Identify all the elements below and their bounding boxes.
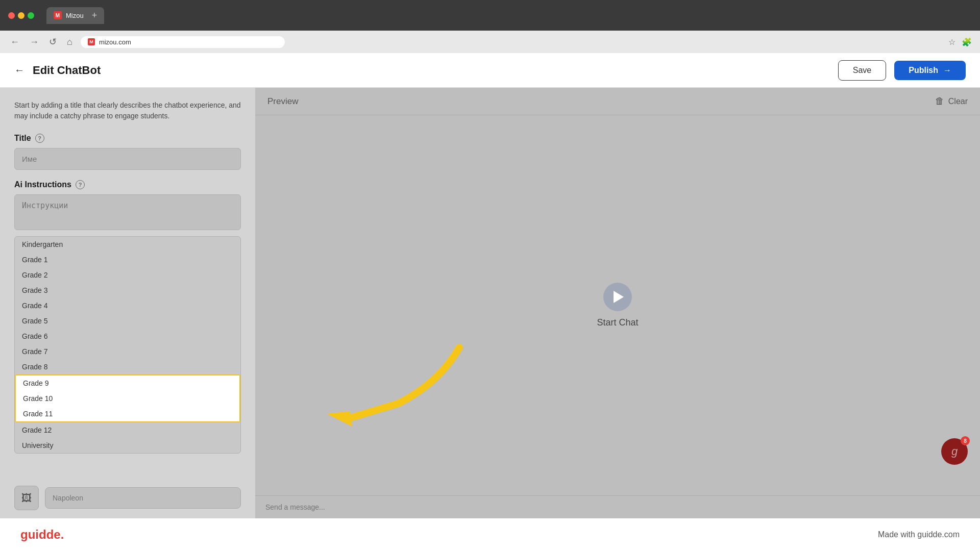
avatar-badge: 8: [961, 436, 970, 445]
back-nav-button[interactable]: ←: [8, 35, 21, 49]
home-nav-button[interactable]: ⌂: [65, 35, 75, 49]
guidde-logo: guidde.: [20, 528, 64, 542]
list-item[interactable]: University: [15, 438, 240, 453]
dropdown-list[interactable]: Kindergarten Grade 1 Grade 2 Grade 3 Gra…: [14, 236, 241, 454]
browser-actions: ☆ 🧩: [948, 37, 972, 47]
close-traffic-light[interactable]: [8, 12, 15, 19]
address-bar[interactable]: M mizou.com: [81, 36, 285, 48]
list-item[interactable]: Grade 8: [15, 359, 240, 374]
napoleon-input[interactable]: [45, 487, 241, 509]
url-display: mizou.com: [99, 38, 131, 46]
arrow-annotation: [316, 332, 470, 434]
left-panel: Start by adding a title that clearly des…: [0, 88, 255, 518]
extensions-icon[interactable]: 🧩: [962, 37, 972, 47]
list-item[interactable]: Grade 1: [15, 252, 240, 267]
ai-instructions-help-icon[interactable]: ?: [76, 180, 85, 189]
chat-message-input[interactable]: [265, 503, 970, 511]
clear-button[interactable]: 🗑 Clear: [935, 96, 968, 107]
list-item[interactable]: Grade 10: [16, 391, 239, 406]
footer: guidde. Made with guidde.com: [0, 518, 980, 551]
list-item[interactable]: Grade 5: [15, 313, 240, 329]
play-icon: [614, 291, 624, 303]
list-item[interactable]: Grade 11: [16, 406, 239, 421]
panel-description: Start by adding a title that clearly des…: [14, 100, 241, 121]
tab-favicon: M: [54, 11, 62, 19]
traffic-lights: [8, 12, 34, 19]
title-help-icon[interactable]: ?: [35, 134, 44, 143]
footer-made-with: Made with guidde.com: [878, 530, 960, 539]
browser-tab[interactable]: M Mizou +: [46, 7, 104, 24]
publish-label: Publish: [909, 66, 938, 75]
preview-chat-area: Start Chat g 8: [255, 115, 980, 495]
page-title: Edit ChatBot: [33, 64, 101, 77]
main-content: Start by adding a title that clearly des…: [0, 88, 980, 518]
title-input[interactable]: [14, 148, 241, 170]
ai-instructions-field-label: Ai Instructions ?: [14, 180, 241, 189]
list-item[interactable]: Grade 4: [15, 298, 240, 313]
list-item[interactable]: Grade 7: [15, 344, 240, 359]
publish-button[interactable]: Publish →: [894, 61, 966, 80]
list-item[interactable]: Grade 2: [15, 267, 240, 283]
bottom-toolbar: 🖼: [0, 478, 255, 518]
avatar-circle: g 8: [941, 438, 968, 465]
preview-title: Preview: [267, 96, 298, 107]
start-chat-button[interactable]: Start Chat: [597, 283, 638, 328]
highlighted-group: Grade 9 Grade 10 Grade 11: [15, 374, 240, 422]
maximize-traffic-light[interactable]: [28, 12, 34, 19]
browser-chrome: M Mizou +: [0, 0, 980, 31]
ai-instructions-input[interactable]: [14, 194, 241, 230]
list-item[interactable]: Grade 9: [16, 375, 239, 391]
list-item[interactable]: Grade 6: [15, 329, 240, 344]
guidde-avatar[interactable]: g 8: [941, 438, 968, 465]
refresh-nav-button[interactable]: ↺: [47, 34, 59, 49]
list-item[interactable]: Grade 3: [15, 283, 240, 298]
forward-nav-button[interactable]: →: [28, 35, 41, 49]
right-panel: Preview 🗑 Clear Start Chat: [255, 88, 980, 518]
image-icon-button[interactable]: 🖼: [14, 486, 39, 510]
publish-arrow-icon: →: [943, 66, 951, 75]
site-favicon: M: [88, 38, 95, 45]
address-bar-row: ← → ↺ ⌂ M mizou.com ☆ 🧩: [0, 31, 980, 53]
svg-marker-0: [327, 411, 352, 427]
clear-label: Clear: [948, 97, 968, 106]
play-circle: [603, 283, 632, 311]
minimize-traffic-light[interactable]: [18, 12, 24, 19]
avatar-letter: g: [951, 445, 958, 458]
new-tab-button[interactable]: +: [92, 10, 97, 21]
list-item[interactable]: Grade 12: [15, 422, 240, 438]
clear-icon: 🗑: [935, 96, 944, 107]
back-button[interactable]: ←: [14, 64, 24, 76]
grade-dropdown[interactable]: Kindergarten Grade 1 Grade 2 Grade 3 Gra…: [14, 236, 241, 454]
chat-input-bar: [255, 495, 980, 518]
preview-header: Preview 🗑 Clear: [255, 88, 980, 115]
list-item[interactable]: Kindergarten: [15, 237, 240, 252]
start-chat-label: Start Chat: [597, 317, 638, 328]
tab-label: Mizou: [66, 12, 84, 19]
title-field-label: Title ?: [14, 134, 241, 143]
app-header: ← Edit ChatBot Save Publish →: [0, 53, 980, 88]
save-button[interactable]: Save: [838, 60, 886, 81]
bookmark-icon[interactable]: ☆: [948, 37, 955, 47]
